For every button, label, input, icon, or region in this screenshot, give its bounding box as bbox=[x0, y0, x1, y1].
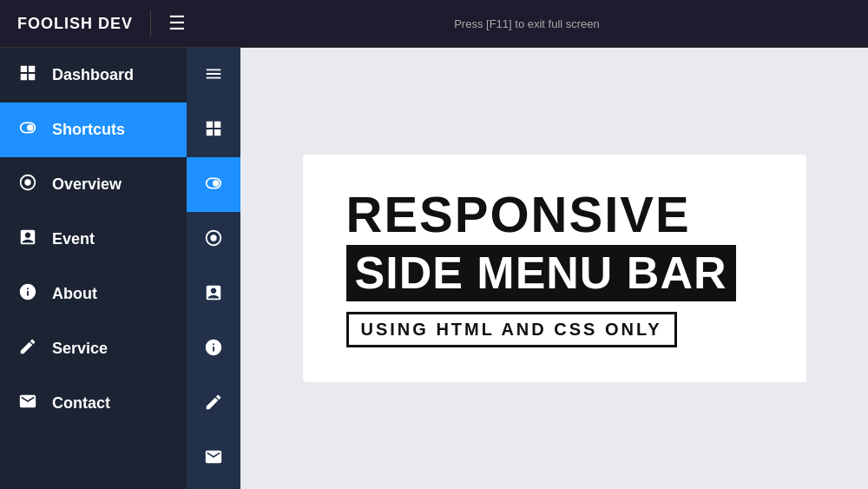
svg-point-1 bbox=[210, 235, 216, 241]
svg-point-0 bbox=[24, 179, 30, 185]
mini-item-overview[interactable] bbox=[187, 212, 240, 267]
sidebar-label-shortcuts: Shortcuts bbox=[52, 121, 125, 139]
mini-item-contact[interactable] bbox=[187, 431, 240, 486]
sidebar-label-dashboard: Dashboard bbox=[52, 66, 134, 84]
sidebar-item-service[interactable]: Service bbox=[0, 321, 187, 376]
content-line3: USING HTML AND CSS ONLY bbox=[346, 312, 677, 347]
mini-item-dashboard[interactable] bbox=[187, 102, 240, 157]
content-area: RESPONSIVE SIDE MENU BAR USING HTML AND … bbox=[240, 48, 868, 489]
sidebar-label-about: About bbox=[52, 285, 97, 303]
mini-dashboard-icon bbox=[204, 119, 223, 142]
content-line1: RESPONSIVE bbox=[346, 189, 763, 240]
mini-item-event[interactable] bbox=[187, 267, 240, 321]
dashboard-icon bbox=[17, 63, 38, 87]
topbar-divider bbox=[150, 10, 151, 36]
sidebar-item-shortcuts[interactable]: Shortcuts bbox=[0, 102, 187, 157]
topbar: FOOLISH DEV ☰ Press [F11] to exit full s… bbox=[0, 0, 868, 48]
sidebar-full: Dashboard Shortcuts Overview Event About bbox=[0, 48, 187, 489]
mini-overview-icon bbox=[204, 228, 223, 251]
sidebar-item-dashboard[interactable]: Dashboard bbox=[0, 48, 187, 102]
mini-event-icon bbox=[204, 283, 223, 306]
topbar-center-text: Press [F11] to exit full screen bbox=[203, 17, 851, 30]
main-layout: Dashboard Shortcuts Overview Event About bbox=[0, 48, 868, 489]
about-icon bbox=[17, 282, 38, 306]
shortcuts-icon bbox=[17, 118, 38, 142]
sidebar-label-overview: Overview bbox=[52, 175, 122, 194]
event-icon bbox=[17, 228, 38, 251]
contact-icon bbox=[17, 392, 38, 415]
sidebar-label-event: Event bbox=[52, 230, 95, 248]
sidebar-item-contact[interactable]: Contact bbox=[0, 376, 187, 431]
mini-menu-icon bbox=[204, 64, 223, 87]
sidebar-item-about[interactable]: About bbox=[0, 267, 187, 321]
mini-item-shortcuts[interactable] bbox=[187, 157, 240, 212]
mini-shortcuts-icon bbox=[204, 174, 223, 196]
mini-about-icon bbox=[204, 338, 223, 360]
mini-service-icon bbox=[204, 393, 223, 415]
sidebar-item-overview[interactable]: Overview bbox=[0, 157, 187, 212]
brand-title: FOOLISH DEV bbox=[17, 15, 133, 33]
sidebar-label-contact: Contact bbox=[52, 394, 110, 413]
content-card: RESPONSIVE SIDE MENU BAR USING HTML AND … bbox=[303, 155, 806, 382]
topbar-menu-button[interactable]: ☰ bbox=[168, 14, 186, 33]
sidebar-label-service: Service bbox=[52, 340, 108, 358]
mini-item-about[interactable] bbox=[187, 321, 240, 376]
service-icon bbox=[17, 337, 38, 360]
mini-item-menu[interactable] bbox=[187, 48, 240, 102]
content-line2: SIDE MENU BAR bbox=[346, 245, 736, 301]
mini-item-service[interactable] bbox=[187, 376, 240, 431]
mini-contact-icon bbox=[204, 447, 223, 470]
sidebar-item-event[interactable]: Event bbox=[0, 212, 187, 267]
sidebar-mini bbox=[187, 48, 240, 489]
overview-icon bbox=[17, 173, 38, 196]
